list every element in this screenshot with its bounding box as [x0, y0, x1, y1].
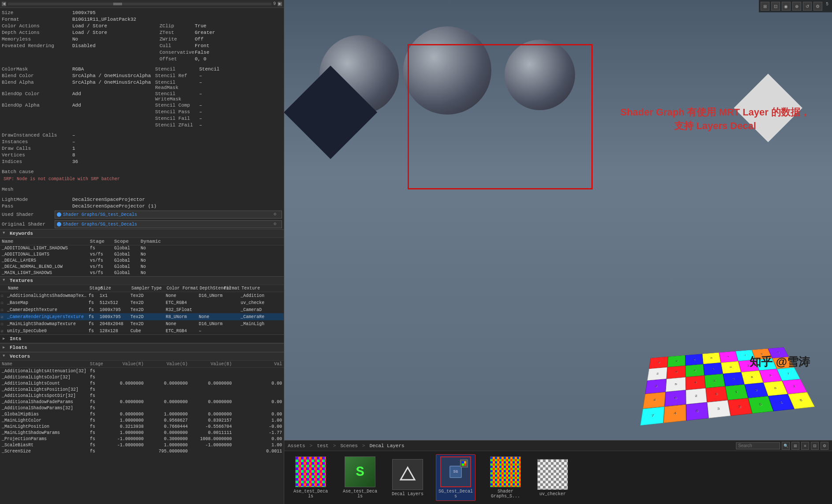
asset-items-container: Ase_test_Decals S Ase_test_Decals [284, 451, 832, 504]
asset-item-5[interactable]: uv_checker [535, 457, 570, 498]
scroll-left-btn[interactable]: ◀ [2, 2, 6, 6]
asset-label-5: uv_checker [539, 492, 566, 497]
floats-arrow-icon: ▶ [3, 345, 8, 350]
scroll-top-bar: ◀ 9 ▶ [0, 0, 284, 8]
keywords-arrow-icon: ▼ [3, 231, 8, 236]
prop-memoryless: Memoryless No ZWrite Off [0, 36, 284, 43]
asset-item-3[interactable]: SG SG_test_Decals [436, 454, 475, 501]
prop-instances: Instances – [0, 139, 284, 145]
asset-label-0: Ase_test_Decals [293, 489, 328, 499]
asset-label-4: Shader Graphs_S... [488, 489, 523, 499]
watermark: 知乎 @雪涛 [750, 354, 810, 370]
prop-lightmode: LightMode DecalScreenSpaceProjector [0, 196, 284, 203]
kw-row-4: _MAIN_LIGHT_SHADOWS vs/fs Global No [0, 270, 284, 276]
vectors-table-header: Name Stage Value(R) Value(G) Value(B) Va… [0, 361, 284, 368]
prop-draw-calls: Draw Calls 1 [0, 145, 284, 152]
tex-row-1[interactable]: ☐ _BaseMap fs 512x512 Tex2D ETC_RGB4 uv_… [0, 299, 284, 306]
asset-thumb-1: S [345, 456, 375, 487]
filter-icon-btn[interactable]: ⊞ [791, 442, 799, 450]
tex-row-4[interactable]: ☐ _MainLightShadowmapTexture fs 2048x204… [0, 320, 284, 327]
prop-blend-color: Blend Color SrcAlpha / OneMinusSrcAlpha … [0, 73, 284, 79]
tex-row-5[interactable]: ☑ unity_SpecCube0 fs 128x128 Cube ETC_RG… [0, 327, 284, 334]
vec-row-2: _AdditionalLightsCount fs 0.0000000 0.00… [0, 380, 284, 386]
annotation-text: Shader Graph 有使用 MRT Layer 的数据， 支持 Layer… [620, 106, 810, 133]
vectors-section-header[interactable]: ▼ Vectors [0, 352, 284, 361]
asset-search-bar: Assets > test > Scenes > Decal Layers 🔍 … [284, 441, 832, 451]
vec-row-5: _AdditionalShadowFadeParams fs 0.0000000… [0, 399, 284, 405]
prop-foveated: Foveated Rendering Disabled Cull Front [0, 43, 284, 49]
breadcrumb-test[interactable]: test [317, 443, 328, 448]
asset-thumb-4 [490, 456, 521, 487]
prop-format: Format B10G11R11_UFloatPack32 [0, 16, 284, 23]
asset-item-1[interactable]: S Ase_test_Decals [341, 455, 379, 500]
search-icon-btn[interactable]: 🔍 [782, 442, 790, 450]
asset-thumb-5 [537, 459, 568, 490]
floats-section-header[interactable]: ▶ Floats [0, 343, 284, 352]
tex-row-0[interactable]: ☐ _AdditionalLightsShadowmapTexture fs 1… [0, 292, 284, 299]
vec-row-7: _GlobalMipBias fs 0.0000000 1.0000000 0.… [0, 411, 284, 417]
asset-label-3: SG_test_Decals [438, 489, 473, 499]
sg-icon: SG [441, 457, 470, 486]
vec-row-8: _MainLightColor fs 1.0000000 0.9568627 0… [0, 417, 284, 423]
prop-original-shader: Original Shader Shader Graphs/SG_test_De… [0, 219, 284, 229]
asset-label-1: Ase_test_Decals [342, 489, 378, 499]
scroll-thumb[interactable] [113, 3, 122, 5]
scroll-right-btn[interactable]: ▶ [278, 2, 282, 6]
prop-mesh: Mesh [0, 186, 284, 193]
asset-thumb-0 [295, 456, 326, 487]
asset-item-2[interactable]: Decal Layers [390, 457, 425, 498]
vec-row-12: _ScaleBiasRt fs -1.0000000 1.0000000 -1.… [0, 442, 284, 448]
vec-row-4: _AdditionalLightsSpotDir[32] fs [0, 393, 284, 399]
checker-thumb-2 [490, 457, 520, 487]
prop-used-shader: Used Shader Shader Graphs/SG_test_Decals… [0, 210, 284, 219]
used-shader-field[interactable]: Shader Graphs/SG_test_Decals ⊙ [55, 211, 282, 219]
breadcrumb-assets[interactable]: Assets [288, 443, 305, 448]
asset-search-input[interactable] [736, 442, 780, 449]
asset-item-0[interactable]: Ase_test_Decals [291, 455, 330, 500]
kw-row-3: _DECAL_NORMAL_BLEND_LOW vs/fs Global No [0, 264, 284, 270]
prop-depth-actions: Depth Actions Load / Store ZTest Greater [0, 30, 284, 36]
prop-stencil-zfail: Stencil ZFail – [0, 122, 284, 129]
vt-fps: 5 [824, 2, 830, 11]
vec-row-11: _ProjectionParams fs -1.0000000 0.300000… [0, 436, 284, 442]
shader-s-icon: S [345, 457, 375, 487]
vt-btn-5[interactable]: ⚙ [813, 2, 822, 11]
prop-batch-cause: Batch cause [0, 169, 284, 175]
ints-arrow-icon: ▶ [3, 336, 8, 341]
asset-label-2: Decal Layers [392, 492, 423, 497]
prop-blendop-alpha: BlendOp Alpha Add Stencil Comp – [0, 102, 284, 109]
shader-expand-icon[interactable]: ⊙ [274, 211, 280, 218]
original-shader-expand-icon[interactable]: ⊙ [274, 221, 280, 227]
tex-row-3[interactable]: ☑ _CameraRenderingLayersTexture fs 1009x… [0, 313, 284, 320]
ints-section-header[interactable]: ▶ Ints [0, 334, 284, 343]
tex-row-2[interactable]: ☐ _CameraDepthTexture fs 1009x795 Tex2D … [0, 306, 284, 313]
svg-marker-0 [401, 467, 415, 480]
vec-row-0: _AdditionalLightsAttenuation[32] fs [0, 368, 284, 374]
asset-thumb-3: SG [440, 456, 471, 487]
grid-icon-btn[interactable]: ⊟ [811, 442, 819, 450]
panel-content[interactable]: Size 1009x795 Format B10G11R11_UFloatPac… [0, 8, 284, 504]
vt-btn-1[interactable]: ⊡ [771, 2, 780, 11]
asset-item-4[interactable]: Shader Graphs_S... [486, 455, 525, 500]
textures-section-header[interactable]: ▼ Textures [0, 276, 284, 285]
shader-icon [57, 212, 61, 217]
viewport[interactable]: 4328176524318276354218374625138274632518… [284, 0, 832, 440]
sort-icon-btn[interactable]: ≡ [801, 442, 809, 450]
keywords-table-header: Name Stage Scope Dynamic [0, 238, 284, 245]
prop-size: Size 1009x795 [0, 10, 284, 16]
vec-row-13: _ScreenSize fs 795.0000000 0.0011 [0, 448, 284, 454]
search-bar-right: 🔍 ⊞ ≡ ⊟ ⚙ [736, 442, 828, 450]
vt-btn-4[interactable]: ↺ [803, 2, 812, 11]
vt-btn-2[interactable]: ◉ [782, 2, 791, 11]
breadcrumb-scenes[interactable]: Scenes [340, 443, 358, 448]
settings-icon-btn[interactable]: ⚙ [821, 442, 828, 450]
prop-blendop-color: BlendOp Color Add Stencil WriteMask – [0, 91, 284, 102]
vt-btn-3[interactable]: ⊕ [792, 2, 801, 11]
original-shader-field[interactable]: Shader Graphs/SG_test_Decals ⊙ [55, 220, 282, 228]
viewport-toolbar: ⊞ ⊡ ◉ ⊕ ↺ ⚙ 5 [759, 0, 832, 12]
vt-btn-0[interactable]: ⊞ [761, 2, 769, 11]
vec-row-9: _MainLightPosition fs 0.3213938 0.766044… [0, 423, 284, 430]
scroll-value: 9 [273, 1, 276, 6]
vec-row-10: _MainLightShadowParams fs 1.0000000 0.00… [0, 430, 284, 436]
keywords-section-header[interactable]: ▼ Keywords [0, 229, 284, 238]
